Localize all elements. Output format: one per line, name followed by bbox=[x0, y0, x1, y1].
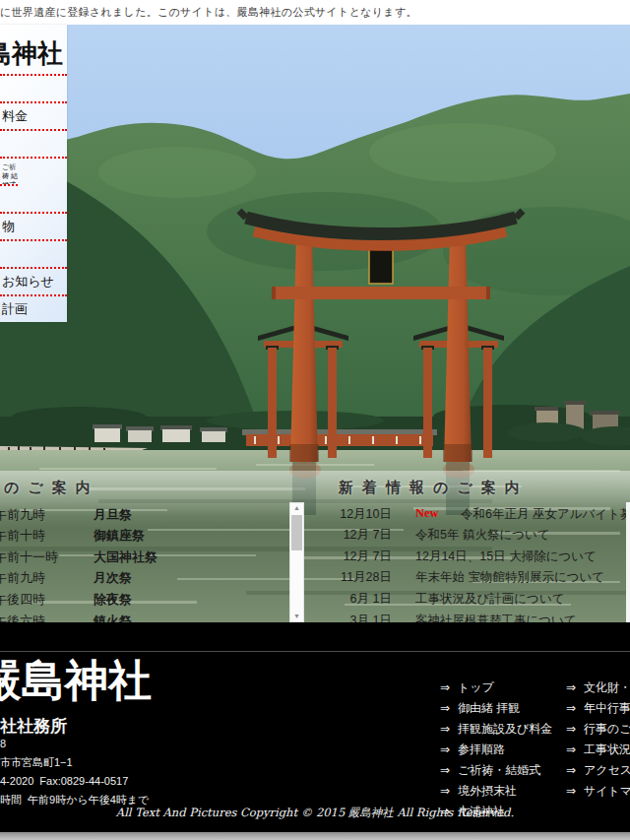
event-row: 午後六時鎮火祭 bbox=[0, 613, 295, 622]
footer: 嚴島神社 社社務所 8 市市宮島町1−1 4-2020 Fax:0829-44-… bbox=[0, 622, 630, 832]
footer-link-label: 年中行事 bbox=[584, 701, 630, 715]
arrow-icon: ⇒ bbox=[440, 740, 458, 760]
news-date: 12月 7日 bbox=[335, 549, 392, 565]
footer-link-prayer-wedding[interactable]: ⇒ご祈祷・結婚式 bbox=[440, 760, 568, 781]
events-panel: のご案内 午前九時月旦祭 午前十時御鎮座祭 午前十一時大国神社祭 午前九時月次祭… bbox=[0, 475, 307, 622]
news-panel-heading: 新着情報のご案内 bbox=[339, 479, 630, 497]
event-row: 午前十一時大国神社祭 bbox=[0, 549, 295, 568]
event-time: 午前十一時 bbox=[0, 549, 58, 566]
event-name: 除夜祭 bbox=[94, 591, 132, 609]
event-row: 午前十時御鎮座祭 bbox=[0, 527, 295, 547]
new-badge: New bbox=[415, 506, 439, 521]
scroll-up-icon[interactable]: ▲ bbox=[289, 502, 304, 514]
arrow-icon: ⇒ bbox=[440, 678, 458, 698]
news-scrollbar[interactable] bbox=[626, 502, 630, 622]
sidebar-item-3[interactable] bbox=[0, 131, 67, 159]
event-name: 大国神社祭 bbox=[94, 549, 158, 566]
footer-link-label: 工事状況及 bbox=[584, 743, 630, 756]
sidebar-item-7[interactable] bbox=[0, 241, 67, 269]
news-title[interactable]: 工事状況及び計画について bbox=[415, 591, 564, 608]
scrollbar-thumb[interactable] bbox=[291, 515, 302, 550]
news-title[interactable]: 令和6年正月 巫女アルバイト募集終了は bbox=[461, 506, 630, 523]
footer-link-annual-events[interactable]: ⇒年中行事 bbox=[566, 698, 630, 719]
arrow-icon: ⇒ bbox=[566, 760, 584, 781]
footer-links-column-1: ⇒トップ ⇒御由緒 拝観 ⇒拝観施設及び料金 ⇒参拝順路 ⇒ご祈祷・結婚式 ⇒境… bbox=[440, 678, 568, 822]
sidebar-item-1[interactable] bbox=[0, 76, 67, 103]
events-panel-heading: のご案内 bbox=[4, 479, 307, 497]
sidebar-item-treasures[interactable]: 物 bbox=[0, 214, 67, 241]
top-notice-bar: に世界遺産に登録されました。このサイトは、嚴島神社の公式サイトとなります。 bbox=[0, 0, 630, 25]
footer-link-event-info[interactable]: ⇒行事のご案 bbox=[566, 719, 630, 740]
event-name: 御鎮座祭 bbox=[94, 527, 145, 545]
sidebar-item-construction-plan[interactable]: 計画 bbox=[0, 296, 67, 322]
arrow-icon: ⇒ bbox=[440, 760, 458, 781]
footer-link-label: 参拝順路 bbox=[458, 743, 505, 756]
footer-link-history-worship[interactable]: ⇒御由緒 拝観 bbox=[440, 698, 568, 719]
news-row[interactable]: 12月 7日 令和5年 鎮火祭について bbox=[317, 527, 630, 547]
footer-link-label: サイトマップ bbox=[584, 784, 630, 798]
sidebar-item-5[interactable] bbox=[0, 186, 67, 214]
news-date: 3月 1日 bbox=[335, 613, 392, 622]
footer-link-cultural[interactable]: ⇒文化財・建 bbox=[566, 678, 630, 698]
footer-link-sitemap[interactable]: ⇒サイトマップ bbox=[566, 781, 630, 802]
page: に世界遺産に登録されました。このサイトは、嚴島神社の公式サイトとなります。 嚴島… bbox=[0, 0, 630, 840]
news-date: 11月28日 bbox=[335, 569, 392, 586]
site-logo-text: 嚴島神社 bbox=[0, 36, 67, 71]
news-row[interactable]: 3月 1日 客神社屋根葺替工事について bbox=[317, 613, 630, 622]
event-time: 午後六時 bbox=[0, 613, 45, 622]
footer-address: 8 市市宮島町1−1 4-2020 Fax:0829-44-0517 時間 午前… bbox=[0, 735, 149, 809]
arrow-icon: ⇒ bbox=[440, 719, 458, 740]
world-heritage-notice: に世界遺産に登録されました。このサイトは、嚴島神社の公式サイトとなります。 bbox=[0, 5, 417, 20]
news-row[interactable]: 6月 1日 工事状況及び計画について bbox=[317, 591, 630, 611]
footer-link-construction[interactable]: ⇒工事状況及 bbox=[566, 740, 630, 760]
news-title[interactable]: 年末年始 宝物館特別展示について bbox=[415, 569, 604, 586]
bottom-strip bbox=[0, 832, 630, 840]
news-date: 12月10日 bbox=[335, 506, 392, 523]
arrow-icon: ⇒ bbox=[440, 698, 458, 719]
footer-link-label: 境外摂末社 bbox=[458, 784, 517, 798]
news-title[interactable]: 令和5年 鎮火祭について bbox=[415, 527, 550, 544]
event-time: 午前九時 bbox=[0, 506, 45, 524]
event-row: 午前九時月旦祭 bbox=[0, 506, 295, 526]
footer-link-label: ご祈祷・結婚式 bbox=[458, 763, 540, 777]
sidebar-item-news[interactable]: お知らせ bbox=[0, 269, 67, 296]
news-title[interactable]: 12月14日、15日 大掃除について bbox=[415, 549, 597, 565]
footer-link-label: 拝観施設及び料金 bbox=[458, 722, 552, 736]
arrow-icon: ⇒ bbox=[566, 719, 584, 740]
arrow-icon: ⇒ bbox=[566, 781, 584, 802]
scroll-down-icon[interactable]: ▼ bbox=[289, 611, 304, 622]
footer-link-branch-shrines[interactable]: ⇒境外摂末社 bbox=[440, 781, 568, 802]
sidebar-nav: 嚴島神社 料金 ご祈祷 結婚式 物 お知らせ 計画 bbox=[0, 25, 67, 322]
footer-link-label: 行事のご案 bbox=[584, 722, 630, 736]
copyright-text: All Text And Pictures Copyright © 2015 嚴… bbox=[0, 806, 630, 820]
news-row[interactable]: 12月 7日 12月14日、15日 大掃除について bbox=[317, 549, 630, 568]
sidebar-item-fees[interactable]: 料金 bbox=[0, 103, 67, 131]
footer-link-route[interactable]: ⇒参拝順路 bbox=[440, 740, 568, 760]
news-row[interactable]: 12月10日 New 令和6年正月 巫女アルバイト募集終了は bbox=[317, 506, 630, 526]
footer-shrine-title: 嚴島神社 bbox=[0, 652, 152, 710]
news-title[interactable]: 客神社屋根葺替工事について bbox=[415, 613, 577, 622]
event-time: 午後四時 bbox=[0, 591, 45, 609]
event-time: 午前十時 bbox=[0, 527, 45, 545]
footer-link-label: 御由緒 拝観 bbox=[458, 701, 520, 715]
event-time: 午前九時 bbox=[0, 569, 45, 587]
footer-link-label: トップ bbox=[458, 680, 494, 694]
sidebar-item-prayer-wedding[interactable]: ご祈祷 結婚式 bbox=[0, 159, 18, 186]
footer-link-label: アクセス bbox=[584, 763, 630, 777]
event-row: 午後四時除夜祭 bbox=[0, 591, 295, 611]
news-date: 6月 1日 bbox=[335, 591, 392, 608]
news-row[interactable]: 11月28日 年末年始 宝物館特別展示について bbox=[317, 569, 630, 589]
news-date: 12月 7日 bbox=[335, 527, 392, 544]
site-logo[interactable]: 嚴島神社 bbox=[0, 25, 67, 76]
footer-link-access[interactable]: ⇒アクセス bbox=[566, 760, 630, 781]
arrow-icon: ⇒ bbox=[566, 678, 584, 698]
footer-link-top[interactable]: ⇒トップ bbox=[440, 678, 568, 698]
news-panel: 新着情報のご案内 12月10日 New 令和6年正月 巫女アルバイト募集終了は … bbox=[317, 475, 630, 622]
footer-links-column-2: ⇒文化財・建 ⇒年中行事 ⇒行事のご案 ⇒工事状況及 ⇒アクセス ⇒サイトマップ bbox=[566, 678, 630, 802]
sidebar-menu: 料金 ご祈祷 結婚式 物 お知らせ 計画 bbox=[0, 76, 67, 322]
arrow-icon: ⇒ bbox=[566, 698, 584, 719]
footer-link-fees[interactable]: ⇒拝観施設及び料金 bbox=[440, 719, 568, 740]
events-scrollbar[interactable]: ▲ ▼ bbox=[289, 502, 304, 622]
event-name: 月次祭 bbox=[94, 569, 132, 587]
arrow-icon: ⇒ bbox=[566, 740, 584, 760]
